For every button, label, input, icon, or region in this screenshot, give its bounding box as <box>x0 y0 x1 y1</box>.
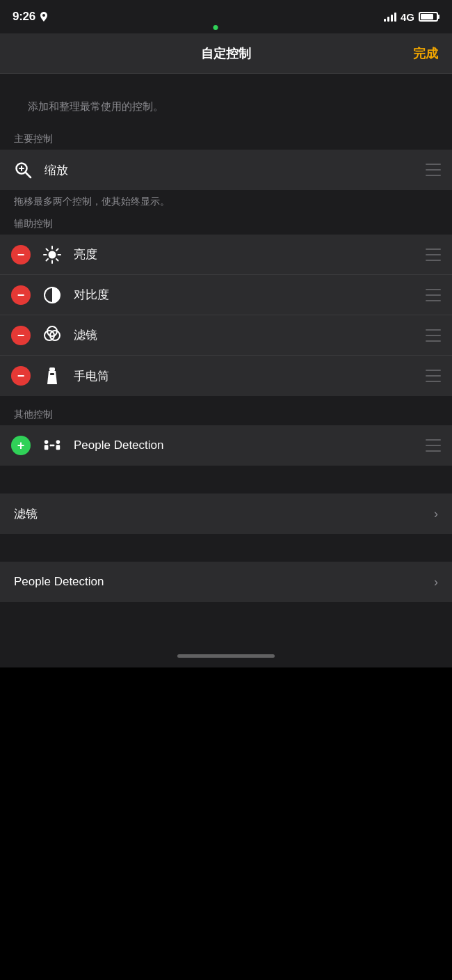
bottom-people-detection-item[interactable]: People Detection › <box>0 562 452 602</box>
list-item-brightness: 亮度 <box>0 235 452 275</box>
people-detection-label: People Detection <box>74 438 419 452</box>
signal-bar-3 <box>391 15 393 22</box>
contrast-label: 对比度 <box>74 287 419 303</box>
status-time: 9:26 <box>13 10 35 24</box>
signal-bars <box>384 12 396 22</box>
status-bar: 9:26 4G <box>0 0 452 33</box>
zoom-label: 缩放 <box>45 162 419 178</box>
bottom-filter-item[interactable]: 滤镜 › <box>0 493 452 534</box>
network-label: 4G <box>401 11 414 23</box>
nav-bar: 自定控制 完成 <box>0 33 452 74</box>
signal-bar-4 <box>394 13 396 22</box>
list-item-filter: 滤镜 <box>0 315 452 356</box>
other-controls-label: 其他控制 <box>0 403 452 425</box>
status-right: 4G <box>384 11 438 23</box>
battery-icon <box>419 12 438 22</box>
signal-dot <box>213 25 218 30</box>
svg-rect-17 <box>49 368 55 371</box>
remove-brightness-button[interactable] <box>11 245 31 264</box>
drag-handle-people-detection[interactable] <box>426 439 441 452</box>
svg-line-9 <box>47 248 49 251</box>
list-item-flashlight: 手电筒 <box>0 356 452 396</box>
filter-icon <box>40 324 64 347</box>
list-item-people-detection: People Detection <box>0 425 452 466</box>
assistive-controls-label: 辅助控制 <box>0 212 452 235</box>
description-text: 添加和整理最常使用的控制。 <box>14 86 438 120</box>
main-controls-label: 主要控制 <box>0 127 452 150</box>
svg-rect-20 <box>45 445 49 450</box>
remove-contrast-button[interactable] <box>11 285 31 305</box>
list-item: 缩放 <box>0 150 452 190</box>
flashlight-label: 手电筒 <box>74 368 419 384</box>
flashlight-icon <box>40 364 64 388</box>
svg-point-21 <box>56 440 60 444</box>
bottom-people-list: People Detection › <box>0 562 452 602</box>
people-detection-icon <box>40 434 64 457</box>
drag-hint: 拖移最多两个控制，使其始终显示。 <box>14 196 438 208</box>
bottom-filter-label: 滤镜 <box>14 506 434 522</box>
done-button[interactable]: 完成 <box>413 45 438 62</box>
magnify-icon <box>11 158 35 182</box>
signal-bar-1 <box>384 19 386 22</box>
home-indicator <box>0 644 452 667</box>
svg-rect-22 <box>56 445 60 450</box>
brightness-label: 亮度 <box>74 246 419 262</box>
signal-bar-2 <box>387 17 389 22</box>
drag-handle-brightness[interactable] <box>426 248 441 261</box>
list-item-contrast: 对比度 <box>0 275 452 315</box>
svg-line-12 <box>47 259 49 261</box>
remove-flashlight-button[interactable] <box>11 366 31 386</box>
drag-handle-zoom[interactable] <box>426 164 441 176</box>
svg-point-4 <box>49 251 56 258</box>
nav-title: 自定控制 <box>201 45 251 62</box>
other-controls-list: People Detection <box>0 425 452 466</box>
svg-point-25 <box>53 445 55 447</box>
gap-3 <box>0 534 452 562</box>
brightness-icon <box>40 243 64 267</box>
gap-1 <box>0 396 452 403</box>
assistive-controls-list: 亮度 对比度 <box>0 235 452 396</box>
battery-fill <box>421 14 433 19</box>
location-icon <box>40 12 48 22</box>
chevron-right-filter: › <box>434 507 438 521</box>
bottom-people-detection-label: People Detection <box>14 575 434 589</box>
bottom-list: 滤镜 › <box>0 493 452 534</box>
chevron-right-people: › <box>434 575 438 590</box>
drag-handle-contrast[interactable] <box>426 289 441 301</box>
remove-filter-button[interactable] <box>11 326 31 345</box>
content: 添加和整理最常使用的控制。 主要控制 缩放 拖移最多两个控制，使其始终显示。 辅… <box>0 74 452 667</box>
drag-handle-flashlight[interactable] <box>426 370 441 382</box>
gap-4 <box>0 602 452 644</box>
svg-line-1 <box>26 173 31 177</box>
main-controls-list: 缩放 <box>0 150 452 190</box>
contrast-icon <box>40 283 64 307</box>
gap-2 <box>0 466 452 493</box>
svg-line-10 <box>56 259 58 261</box>
filter-label: 滤镜 <box>74 327 419 343</box>
svg-line-11 <box>56 248 58 251</box>
home-bar <box>177 654 275 658</box>
svg-rect-18 <box>50 373 54 375</box>
svg-point-19 <box>45 440 49 444</box>
add-people-detection-button[interactable] <box>11 436 31 455</box>
description-section: 添加和整理最常使用的控制。 <box>0 74 452 127</box>
drag-handle-filter[interactable] <box>426 329 441 342</box>
